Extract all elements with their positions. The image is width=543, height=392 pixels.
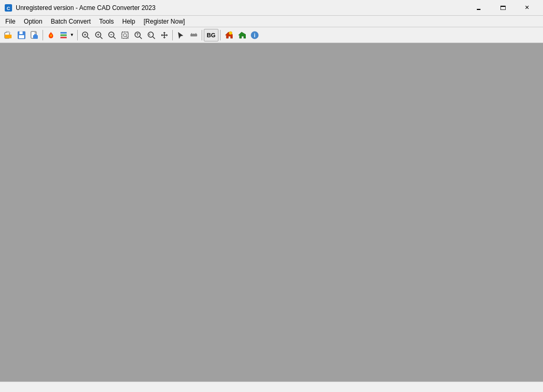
select-icon [176,31,185,39]
convert-icon [47,31,55,39]
svg-point-35 [229,31,232,35]
minimize-button[interactable]: 🗕 [466,0,490,16]
close-button[interactable]: ✕ [515,0,539,16]
svg-rect-12 [60,37,67,38]
svg-text:C: C [7,6,11,11]
layers-dropdown-arrow[interactable]: ▼ [69,29,75,41]
zoom-extents-button[interactable] [132,29,144,41]
zoom-prev-button[interactable] [145,29,158,41]
svg-line-26 [126,36,128,38]
zoom-in-icon [95,31,103,39]
save-icon [17,31,26,39]
home-button-1[interactable] [222,29,235,41]
menu-register[interactable]: [Register Now] [139,16,189,27]
select-button[interactable] [174,29,187,41]
pan-icon [160,31,169,39]
open-file-button[interactable] [2,29,15,41]
svg-line-14 [87,37,89,39]
svg-rect-5 [19,31,23,34]
svg-text:i: i [254,33,256,38]
svg-rect-3 [5,35,12,38]
app-icon: C [4,4,13,12]
status-bar [0,382,543,392]
menu-help[interactable]: Help [118,16,140,27]
measure-icon [190,31,198,39]
svg-rect-10 [60,32,67,34]
layers-button[interactable] [58,29,69,41]
menu-option[interactable]: Option [19,16,46,27]
menu-batch-convert[interactable]: Batch Convert [47,16,95,27]
pan-button[interactable] [158,29,171,41]
toolbar: ▼ [0,27,543,43]
separator-4 [202,30,202,40]
menu-file[interactable]: File [1,16,19,27]
svg-rect-31 [191,34,197,36]
zoom-prev-icon [147,31,155,39]
svg-rect-11 [60,34,67,36]
save-button[interactable] [15,29,28,41]
menu-bar: File Option Batch Convert Tools Help [Re… [0,16,543,27]
title-controls: 🗕 🗖 ✕ [466,0,539,16]
open-icon [4,31,13,39]
svg-line-30 [153,37,155,39]
zoom-window-button[interactable] [119,29,131,41]
separator-5 [220,30,221,40]
menu-tools[interactable]: Tools [95,16,118,27]
svg-rect-6 [19,35,24,38]
separator-1 [43,30,43,40]
zoom-in-button[interactable] [92,29,105,41]
main-canvas-area [0,43,543,382]
saveas-button[interactable] [28,29,41,41]
zoom-fit-button[interactable] [79,29,92,41]
title-bar: C Unregistered version - Acme CAD Conver… [0,0,543,16]
zoom-extents-icon [134,31,142,39]
svg-line-28 [140,37,142,39]
zoom-fit-icon [81,31,90,39]
bg-toggle-button[interactable]: BG [204,29,218,41]
measure-button[interactable] [187,29,200,41]
separator-2 [77,30,78,40]
home-icon-2 [237,31,246,39]
home-icon-1 [224,31,233,39]
zoom-out-button[interactable] [106,29,118,41]
layers-icon [59,31,68,39]
info-icon: i [250,31,259,39]
title-left: C Unregistered version - Acme CAD Conver… [4,4,155,12]
svg-rect-9 [34,34,37,37]
info-button[interactable]: i [248,29,261,41]
layers-dropdown[interactable]: ▼ [58,29,76,41]
zoom-out-icon [108,31,116,39]
svg-line-18 [100,37,102,39]
maximize-button[interactable]: 🗖 [490,0,515,16]
zoom-window-icon [121,31,129,39]
svg-line-22 [113,37,116,39]
saveas-icon [30,31,39,39]
home-button-2[interactable] [235,29,248,41]
title-text: Unregistered version - Acme CAD Converte… [16,4,155,12]
convert-button[interactable] [45,29,57,41]
separator-3 [172,30,173,40]
